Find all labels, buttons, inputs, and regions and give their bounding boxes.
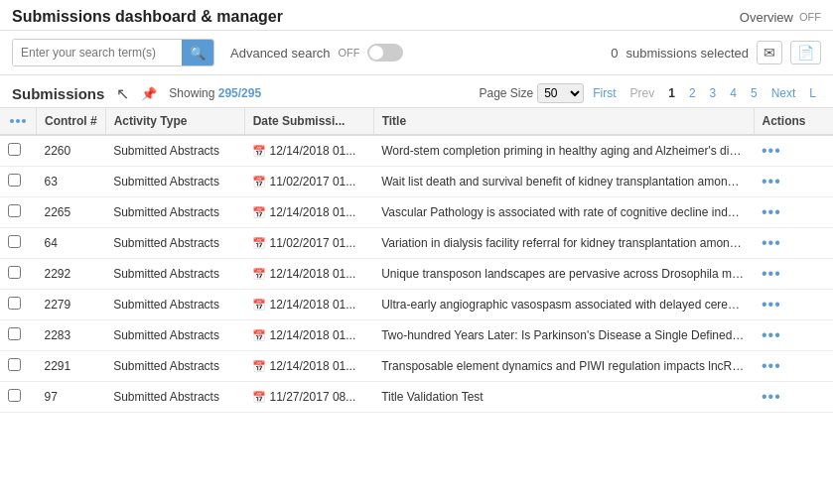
row-title-cell: Wait list death and survival benefit of … <box>373 167 754 197</box>
export-button[interactable]: 📄 <box>790 41 821 64</box>
row-title: Variation in dialysis facility referral … <box>381 236 746 250</box>
row-actions-button[interactable]: ••• <box>762 388 781 406</box>
showing-count: 295/295 <box>218 86 261 100</box>
row-activity: Submitted Abstracts <box>105 228 244 259</box>
row-title: Title Validation Test <box>381 390 746 404</box>
page-5-link[interactable]: 5 <box>746 85 763 101</box>
row-title-cell: Word-stem completion priming in healthy … <box>373 135 754 167</box>
row-checkbox[interactable] <box>8 174 21 187</box>
row-checkbox[interactable] <box>8 204 21 217</box>
calendar-icon: 📅 <box>252 360 266 372</box>
email-icon: ✉ <box>764 45 775 61</box>
page-3-link[interactable]: 3 <box>705 85 722 101</box>
next-page-link[interactable]: Next <box>766 85 801 101</box>
advanced-search-label: Advanced search <box>230 46 330 61</box>
row-actions: ••• <box>754 197 833 228</box>
table-row: 97 Submitted Abstracts 📅 11/27/2017 08..… <box>0 382 833 413</box>
advanced-toggle-off-label: OFF <box>338 47 359 59</box>
row-control: 2279 <box>37 290 106 320</box>
row-date: 📅 12/14/2018 01... <box>244 320 373 351</box>
row-date: 📅 12/14/2018 01... <box>244 135 373 167</box>
row-activity: Submitted Abstracts <box>105 259 244 290</box>
row-title-cell: Vascular Pathology is associated with ra… <box>373 197 754 228</box>
row-checkbox[interactable] <box>8 235 21 248</box>
row-control: 2260 <box>37 135 106 167</box>
page-1-link[interactable]: 1 <box>663 85 680 101</box>
table-row: 2265 Submitted Abstracts 📅 12/14/2018 01… <box>0 197 833 228</box>
row-checkbox-cell <box>0 197 37 228</box>
first-page-link[interactable]: First <box>588 85 621 101</box>
row-actions-button[interactable]: ••• <box>762 203 781 221</box>
panel-header: Submissions ↖ 📌 Showing 295/295 Page Siz… <box>0 75 833 108</box>
toggle-knob <box>369 46 383 60</box>
export-icon: 📄 <box>797 45 814 61</box>
row-activity: Submitted Abstracts <box>105 197 244 228</box>
row-title: Unique transposon landscapes are pervasi… <box>381 267 746 281</box>
row-actions: ••• <box>754 351 833 382</box>
submissions-table: Control # Activity Type Date Submissi...… <box>0 108 833 413</box>
selected-label: submissions selected <box>625 46 749 61</box>
row-actions: ••• <box>754 259 833 290</box>
row-title-cell: Ultra-early angiographic vasospasm assoc… <box>373 290 754 320</box>
overview-toggle-section: Overview OFF <box>740 10 821 25</box>
advanced-search-toggle[interactable] <box>367 44 403 62</box>
row-actions-button[interactable]: ••• <box>762 265 781 283</box>
row-checkbox[interactable] <box>8 143 21 156</box>
email-button[interactable]: ✉ <box>757 41 782 64</box>
col-header-control: Control # <box>37 108 106 135</box>
row-actions-button[interactable]: ••• <box>762 173 781 190</box>
showing-label: Showing 295/295 <box>169 86 261 100</box>
calendar-icon: 📅 <box>252 176 266 188</box>
row-title: Wait list death and survival benefit of … <box>381 175 746 189</box>
dots-menu[interactable] <box>8 117 28 125</box>
pin-icon: 📌 <box>141 86 157 101</box>
search-input[interactable] <box>13 40 182 65</box>
table-row: 64 Submitted Abstracts 📅 11/02/2017 01..… <box>0 228 833 259</box>
row-actions-button[interactable]: ••• <box>762 296 781 314</box>
row-activity: Submitted Abstracts <box>105 320 244 351</box>
row-actions-button[interactable]: ••• <box>762 357 781 375</box>
row-activity: Submitted Abstracts <box>105 351 244 382</box>
row-checkbox-cell <box>0 320 37 351</box>
page-size-select[interactable]: 10 25 50 100 <box>537 83 584 103</box>
prev-page-link[interactable]: Prev <box>625 85 660 101</box>
row-checkbox[interactable] <box>8 266 21 279</box>
row-checkbox[interactable] <box>8 297 21 310</box>
row-checkbox-cell <box>0 228 37 259</box>
row-control: 97 <box>37 382 106 413</box>
row-date: 📅 12/14/2018 01... <box>244 351 373 382</box>
table-row: 63 Submitted Abstracts 📅 11/02/2017 01..… <box>0 167 833 197</box>
row-checkbox[interactable] <box>8 358 21 371</box>
row-actions: ••• <box>754 167 833 197</box>
app-title: Submissions dashboard & manager <box>12 8 283 26</box>
col-header-title: Title <box>373 108 754 135</box>
calendar-icon: 📅 <box>252 391 266 403</box>
page-4-link[interactable]: 4 <box>725 85 742 101</box>
row-checkbox[interactable] <box>8 327 21 340</box>
search-box: 🔍 <box>12 39 214 66</box>
row-control: 63 <box>37 167 106 197</box>
row-checkbox-cell <box>0 351 37 382</box>
search-button[interactable]: 🔍 <box>182 40 213 65</box>
row-control: 2265 <box>37 197 106 228</box>
row-date: 📅 12/14/2018 01... <box>244 259 373 290</box>
submissions-selected-section: 0 submissions selected ✉ 📄 <box>611 41 821 64</box>
row-activity: Submitted Abstracts <box>105 135 244 167</box>
row-actions-button[interactable]: ••• <box>762 234 781 252</box>
table-row: 2283 Submitted Abstracts 📅 12/14/2018 01… <box>0 320 833 351</box>
calendar-icon: 📅 <box>252 145 266 157</box>
row-activity: Submitted Abstracts <box>105 382 244 413</box>
row-actions-button[interactable]: ••• <box>762 142 781 160</box>
toolbar: 🔍 Advanced search OFF 0 submissions sele… <box>0 31 833 75</box>
row-actions-button[interactable]: ••• <box>762 326 781 344</box>
row-checkbox-cell <box>0 382 37 413</box>
advanced-search-section: Advanced search OFF <box>230 44 403 62</box>
row-control: 2283 <box>37 320 106 351</box>
last-page-link[interactable]: L <box>804 85 821 101</box>
row-actions: ••• <box>754 320 833 351</box>
row-title-cell: Two-hundred Years Later: Is Parkinson's … <box>373 320 754 351</box>
page-2-link[interactable]: 2 <box>684 85 701 101</box>
row-actions: ••• <box>754 290 833 320</box>
table-row: 2292 Submitted Abstracts 📅 12/14/2018 01… <box>0 259 833 290</box>
row-checkbox[interactable] <box>8 389 21 402</box>
